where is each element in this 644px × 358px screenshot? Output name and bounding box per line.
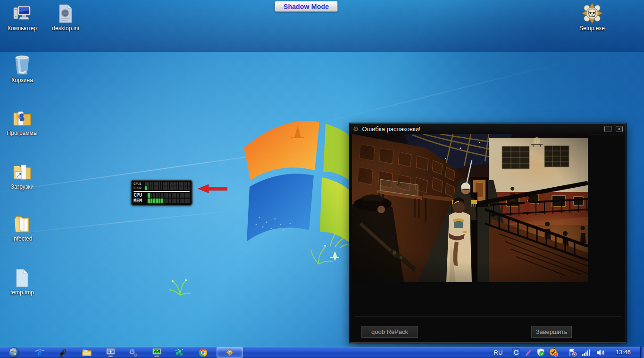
tray-status-yellow-app[interactable] <box>547 347 560 358</box>
folder-shortcut-icon <box>12 162 33 183</box>
desktop-icon-label: Компьютер <box>2 25 42 32</box>
cpu2-row: CPU2 <box>134 186 190 190</box>
skull-emblem-icon <box>581 2 603 24</box>
mem-meter <box>148 199 190 203</box>
desktop-icon-label: Корзина <box>2 77 42 83</box>
speaker-icon <box>596 349 605 357</box>
recycle-bin-icon <box>12 53 33 76</box>
taskbar-chrome[interactable] <box>196 347 209 358</box>
folder-programs-icon <box>12 108 33 129</box>
cpu-label: CPU <box>134 192 146 198</box>
clock-label: 13:46 <box>616 349 630 356</box>
start-button[interactable] <box>5 347 23 358</box>
desktop-icon-infected[interactable]: Infected <box>2 214 42 242</box>
taskbar: e ⚙ ⚙ <box>0 347 644 358</box>
computer-icon <box>12 3 33 24</box>
cpu1-row: CPU1 <box>134 182 190 186</box>
folder-icon <box>82 348 92 357</box>
desktop-icon-desktop-ini[interactable]: ⚙ desktop.ini <box>45 3 86 32</box>
desktop-icon-label: Загрузки <box>2 184 42 190</box>
cpu1-label: CPU1 <box>134 182 143 186</box>
game-screenshot-museum-scene <box>352 134 588 282</box>
audio-horn-icon <box>59 348 68 357</box>
language-label: RU <box>494 349 503 356</box>
yellow-circle-error-icon <box>549 348 558 357</box>
minimize-button[interactable]: _ <box>604 126 611 132</box>
cpu-monitor-gadget[interactable]: CPU1 CPU2 CPU MEM <box>131 180 192 206</box>
finish-button[interactable]: Завершить <box>531 325 572 338</box>
tray-action-center[interactable] <box>566 347 578 358</box>
taskbar-skull-installer-active[interactable] <box>217 347 243 358</box>
temp-file-icon <box>12 267 33 288</box>
teal-cubes-icon <box>175 348 184 358</box>
cpu-total-row: CPU <box>134 192 190 198</box>
mem-row: MEM <box>134 198 190 203</box>
finish-label: Завершить <box>536 328 568 335</box>
desktop-icon-label: Программы <box>2 130 42 136</box>
tray-antivirus-shield[interactable] <box>535 347 546 358</box>
red-annotation-arrow <box>198 184 227 193</box>
start-orb-icon <box>8 347 19 358</box>
monitor-green-icon <box>152 348 162 357</box>
language-indicator[interactable]: RU <box>492 347 505 358</box>
blue-swirl-icon <box>512 348 520 357</box>
purple-feather-icon <box>524 348 533 357</box>
window-footer-divider <box>354 316 622 316</box>
gear-icon: ⚙ <box>353 125 359 132</box>
desktop-icon-label: desktop.ini <box>45 25 86 32</box>
flag-error-icon <box>568 348 577 357</box>
taskbar-utility-app[interactable] <box>173 347 186 358</box>
taskbar-clock[interactable]: 13:46 <box>611 347 635 358</box>
desktop-icon-programs[interactable]: Программы <box>2 108 42 136</box>
taskbar-internet-explorer[interactable]: e <box>33 347 46 358</box>
tray-blue-app[interactable] <box>510 347 522 358</box>
desktop-icon-label: Setup.exe <box>572 25 612 32</box>
cpu2-label: CPU2 <box>134 186 143 190</box>
qoob-repack-button[interactable]: qoob RePack <box>361 325 418 338</box>
svg-text:⚙: ⚙ <box>61 8 69 18</box>
taskbar-audio-app[interactable] <box>57 347 70 358</box>
widget-separator <box>134 191 190 192</box>
cpu2-meter <box>145 186 190 190</box>
skull-emblem-icon-small <box>226 348 234 357</box>
glow-sprig <box>309 233 342 266</box>
desktop-icon-computer[interactable]: Компьютер <box>2 3 42 32</box>
cpu-meter <box>148 193 190 198</box>
mem-label: MEM <box>134 198 146 203</box>
taskbar-settings-app[interactable]: ⚙ ⚙ <box>126 347 140 358</box>
taskbar-file-explorer[interactable] <box>80 347 93 358</box>
gears-icon: ⚙ ⚙ <box>128 347 138 358</box>
shadow-mode-label: Shadow Mode <box>284 3 329 10</box>
unpack-error-window: ⚙ Ошибка распаковки! _ x <box>350 123 626 343</box>
tray-network[interactable] <box>580 347 592 358</box>
chrome-icon <box>199 348 208 357</box>
desktop-icon-label: Infected <box>2 236 42 242</box>
window-title: Ошибка распаковки! <box>362 125 600 133</box>
desktop-icon-label: temp.tmp <box>2 290 42 296</box>
desktop-icon-temp-tmp[interactable]: temp.tmp <box>2 267 42 296</box>
shadow-mode-badge[interactable]: Shadow Mode <box>275 1 338 12</box>
tray-purple-feather-app[interactable] <box>523 347 534 358</box>
glow-sprig <box>166 273 194 296</box>
taskbar-system-monitor-app[interactable] <box>150 347 163 358</box>
network-signal-icon <box>582 349 590 356</box>
window-titlebar[interactable]: ⚙ Ошибка распаковки! _ x <box>350 124 626 134</box>
desktop-icon-downloads[interactable]: Загрузки <box>2 162 42 190</box>
cpu1-meter <box>145 182 190 186</box>
desktop-icon-setup-exe[interactable]: Setup.exe <box>572 2 612 32</box>
desktop-icon-recycle-bin[interactable]: Корзина <box>2 53 42 83</box>
taskbar-remote-desktop-app[interactable] <box>104 347 117 358</box>
folder-open-icon <box>12 214 33 234</box>
shield-check-icon <box>536 348 545 357</box>
svg-text:⚙: ⚙ <box>134 353 137 358</box>
monitor-blue-icon <box>106 348 116 357</box>
qoob-repack-label: qoob RePack <box>371 328 408 335</box>
ini-file-gear-icon: ⚙ <box>55 3 76 24</box>
svg-text:e: e <box>38 347 42 357</box>
show-desktop-button[interactable] <box>640 347 644 358</box>
internet-explorer-icon: e <box>34 347 45 358</box>
close-button[interactable]: x <box>616 126 623 132</box>
tray-volume[interactable] <box>594 347 607 358</box>
